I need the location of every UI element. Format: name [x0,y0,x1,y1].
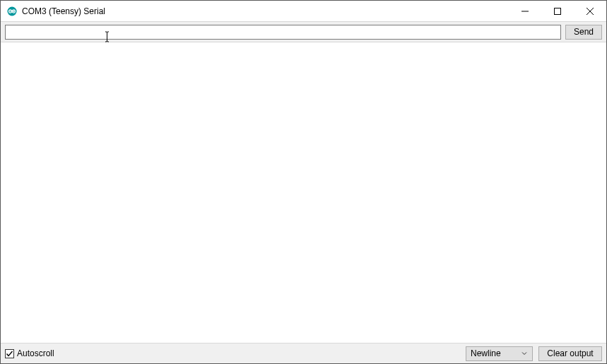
send-toolbar: Send [1,22,606,42]
serial-monitor-window: COM3 (Teensy) Serial Send Autoscroll [0,0,607,364]
maximize-button[interactable] [541,1,574,21]
app-icon [6,6,18,17]
line-ending-select[interactable]: Newline [466,346,533,361]
bottom-toolbar: Autoscroll Newline Clear output [1,343,606,363]
autoscroll-checkbox[interactable]: Autoscroll [5,348,54,358]
window-title: COM3 (Teensy) Serial [22,6,105,16]
close-button[interactable] [574,1,606,21]
serial-output[interactable] [1,42,606,343]
checkbox-icon [5,349,14,358]
clear-output-button[interactable]: Clear output [538,346,602,361]
titlebar: COM3 (Teensy) Serial [1,1,606,22]
svg-rect-7 [555,8,561,14]
send-button[interactable]: Send [565,25,602,40]
chevron-down-icon [519,351,529,356]
serial-input[interactable] [5,25,561,40]
line-ending-value: Newline [471,348,501,358]
minimize-button[interactable] [509,1,541,21]
autoscroll-label: Autoscroll [17,348,54,358]
window-controls [509,1,606,21]
